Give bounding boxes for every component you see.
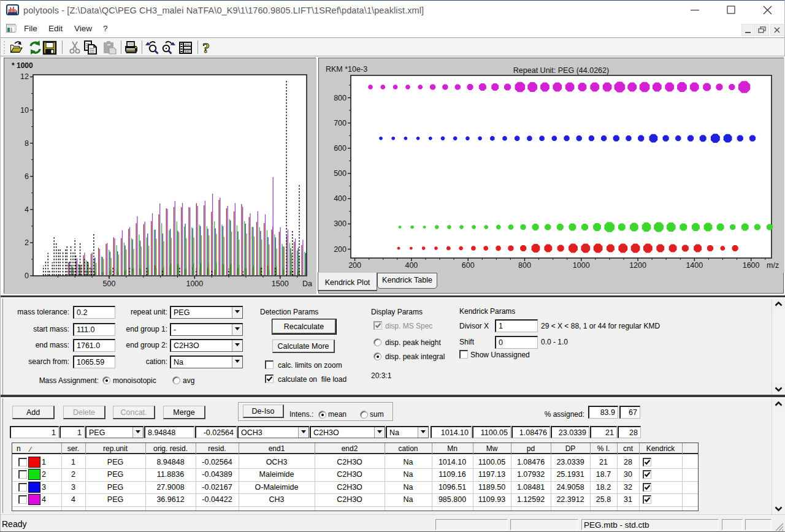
svg-text:200: 200 (334, 245, 347, 254)
svg-text:1200: 1200 (629, 261, 646, 270)
svg-text:10: 10 (20, 106, 29, 115)
svg-text:400: 400 (334, 194, 347, 203)
svg-text:4: 4 (25, 205, 29, 214)
svg-text:6: 6 (25, 172, 29, 181)
svg-text:1000: 1000 (186, 279, 203, 288)
svg-text:2: 2 (25, 238, 29, 247)
svg-text:800: 800 (334, 94, 347, 102)
svg-text:1600: 1600 (743, 261, 760, 270)
svg-text:700: 700 (334, 119, 347, 127)
svg-text:8: 8 (25, 139, 29, 148)
svg-text:800: 800 (518, 261, 531, 270)
svg-text:500: 500 (334, 169, 347, 178)
svg-text:600: 600 (334, 144, 347, 153)
svg-text:m/z: m/z (767, 261, 779, 270)
svg-text:0: 0 (25, 272, 29, 280)
svg-text:1000: 1000 (573, 261, 590, 270)
svg-text:600: 600 (462, 261, 475, 270)
svg-text:Repeat Unit: PEG (44.0262): Repeat Unit: PEG (44.0262) (513, 66, 609, 75)
svg-text:1500: 1500 (272, 279, 289, 288)
svg-text:300: 300 (334, 219, 347, 228)
svg-text:200: 200 (348, 261, 361, 270)
svg-text:400: 400 (405, 261, 418, 270)
svg-text:RKM *10e-3: RKM *10e-3 (326, 65, 367, 74)
svg-text:1400: 1400 (686, 261, 703, 270)
svg-text:12: 12 (20, 72, 29, 81)
svg-text:?: ? (202, 40, 210, 56)
svg-text:* 1000: * 1000 (12, 61, 33, 70)
svg-text:Da: Da (302, 279, 312, 288)
svg-text:500: 500 (103, 279, 116, 288)
